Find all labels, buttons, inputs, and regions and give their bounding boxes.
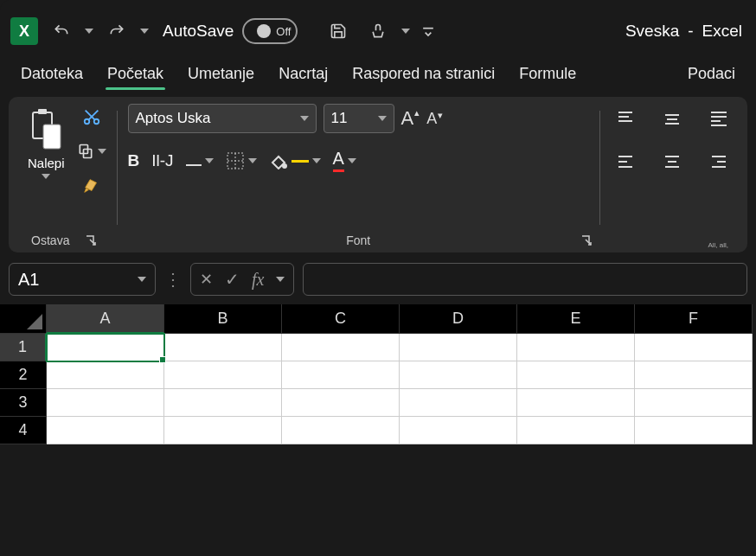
align-left-button[interactable] <box>611 147 640 176</box>
doc-name[interactable]: Sveska <box>625 22 679 41</box>
cell-B1[interactable] <box>164 334 282 361</box>
column-header-A[interactable]: A <box>47 304 164 334</box>
cell-E1[interactable] <box>517 334 635 361</box>
touch-dropdown-icon[interactable] <box>401 29 410 34</box>
font-size-caret-icon <box>378 116 387 121</box>
svg-rect-3 <box>43 125 61 149</box>
tab-datoteka[interactable]: Datoteka <box>9 58 95 92</box>
cell-B2[interactable] <box>164 361 282 389</box>
group-font: Aptos Uska 11 A▴ A▾ B Il-J <box>119 104 598 249</box>
font-name-caret-icon <box>300 116 309 121</box>
font-size-value: 11 <box>331 110 348 127</box>
cell-F3[interactable] <box>635 389 753 417</box>
copy-dropdown-icon <box>98 149 106 154</box>
cell-D1[interactable] <box>400 334 517 361</box>
copy-button[interactable] <box>77 138 106 164</box>
underline-button[interactable] <box>186 156 214 166</box>
save-button[interactable] <box>322 17 355 45</box>
row-header-4[interactable]: 4 <box>0 417 47 444</box>
font-name-select[interactable]: Aptos Uska <box>128 104 317 133</box>
font-size-select[interactable]: 11 <box>324 104 394 133</box>
cell-C2[interactable] <box>282 361 400 389</box>
paste-label: Nalepi <box>28 156 65 170</box>
cell-A1[interactable] <box>47 334 164 361</box>
align-right-button[interactable] <box>704 147 734 176</box>
tab-umetanje[interactable]: Umetanje <box>176 58 266 92</box>
tab-podaci[interactable]: Podaci <box>676 58 747 92</box>
tab-formule[interactable]: Formule <box>507 58 588 92</box>
borders-button[interactable] <box>226 151 257 170</box>
cell-F4[interactable] <box>635 417 753 444</box>
align-bottom-button[interactable] <box>704 104 734 133</box>
cell-B3[interactable] <box>164 389 282 417</box>
svg-rect-2 <box>38 109 47 114</box>
insert-function-button[interactable]: fx <box>252 270 264 290</box>
cell-E4[interactable] <box>517 417 635 444</box>
cell-C1[interactable] <box>282 334 400 361</box>
cell-F2[interactable] <box>635 361 753 389</box>
column-header-C[interactable]: C <box>282 304 400 334</box>
undo-dropdown-icon[interactable] <box>85 29 93 34</box>
app-window: X AutoSave Off Sveska - E <box>0 0 756 556</box>
column-header-E[interactable]: E <box>517 304 635 334</box>
name-box-value: A1 <box>18 270 39 290</box>
clipboard-launcher-icon[interactable] <box>85 234 97 246</box>
formula-controls: ✕ ✓ fx <box>190 263 294 296</box>
name-box[interactable]: A1 <box>9 263 156 296</box>
align-center-button[interactable] <box>657 147 687 176</box>
paste-button[interactable]: Nalepi <box>22 104 70 182</box>
align-middle-button[interactable] <box>657 104 687 133</box>
cell-C3[interactable] <box>282 389 400 417</box>
cell-E2[interactable] <box>517 361 635 389</box>
cell-D2[interactable] <box>400 361 517 389</box>
cut-button[interactable] <box>77 104 106 130</box>
formula-input[interactable] <box>303 263 747 296</box>
clipboard-group-label: Ostava <box>31 233 69 247</box>
excel-app-icon[interactable]: X <box>10 17 38 45</box>
align-top-button[interactable] <box>611 104 640 133</box>
cell-C4[interactable] <box>282 417 400 444</box>
spreadsheet-grid: A B C D E F 1 2 3 4 <box>0 304 756 444</box>
column-header-D[interactable]: D <box>400 304 517 334</box>
font-name-value: Aptos Uska <box>136 110 211 127</box>
cell-D4[interactable] <box>400 417 517 444</box>
redo-dropdown-icon[interactable] <box>140 29 149 34</box>
row-header-2[interactable]: 2 <box>0 361 47 389</box>
tab-nacrtaj[interactable]: Nacrtaj <box>266 58 340 92</box>
select-all-corner[interactable] <box>0 304 47 334</box>
document-title: Sveska - Excel <box>625 22 746 41</box>
tab-pocetak[interactable]: Početak <box>95 58 176 92</box>
row-header-1[interactable]: 1 <box>0 334 47 361</box>
fx-caret-icon[interactable] <box>276 277 285 282</box>
increase-font-button[interactable]: A▴ <box>401 107 420 130</box>
touch-mode-button[interactable] <box>362 17 394 45</box>
column-header-B[interactable]: B <box>164 304 282 334</box>
column-header-F[interactable]: F <box>635 304 753 334</box>
cell-D3[interactable] <box>400 389 517 417</box>
tab-raspored[interactable]: Raspored na stranici <box>340 58 507 92</box>
formula-bar-options-icon[interactable]: ⋮ <box>164 269 182 290</box>
cell-F1[interactable] <box>635 334 753 361</box>
enter-formula-button[interactable]: ✓ <box>225 269 240 290</box>
font-launcher-icon[interactable] <box>580 234 593 246</box>
cell-E3[interactable] <box>517 389 635 417</box>
paste-dropdown-icon[interactable] <box>42 174 50 179</box>
italic-button[interactable]: Il-J <box>151 151 173 170</box>
decrease-font-button[interactable]: A▾ <box>426 110 443 128</box>
qat-customize-button[interactable] <box>417 17 439 45</box>
cell-A2[interactable] <box>47 361 164 389</box>
row-header-3[interactable]: 3 <box>0 389 47 417</box>
font-color-button[interactable]: A <box>333 149 356 172</box>
cell-A3[interactable] <box>47 389 164 417</box>
bold-button[interactable]: B <box>128 151 140 170</box>
cell-A4[interactable] <box>47 417 164 444</box>
redo-button[interactable] <box>100 17 133 45</box>
name-box-caret-icon[interactable] <box>138 277 146 282</box>
undo-button[interactable] <box>45 17 78 45</box>
cell-B4[interactable] <box>164 417 282 444</box>
format-painter-button[interactable] <box>77 173 106 199</box>
autosave-control: AutoSave Off <box>163 18 298 44</box>
fill-color-button[interactable] <box>269 152 321 169</box>
cancel-formula-button[interactable]: ✕ <box>200 270 213 289</box>
autosave-toggle[interactable]: Off <box>242 18 298 44</box>
